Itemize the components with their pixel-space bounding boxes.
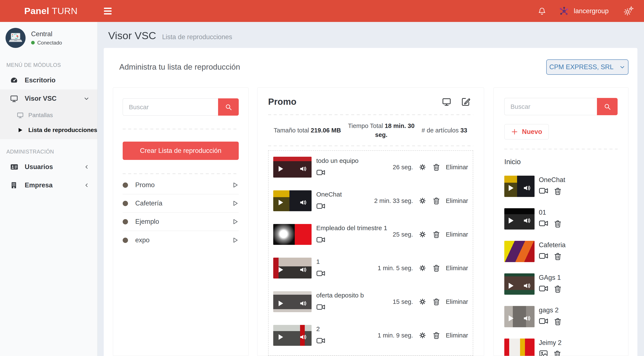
playlist-detail-panel: Promo Tamañ <box>257 88 484 356</box>
item-duration: 1 min. 5 seg. <box>378 265 413 272</box>
item-delete-label[interactable]: Eliminar <box>446 164 468 171</box>
media-thumbnail[interactable] <box>504 338 534 356</box>
media-delete-icon[interactable] <box>553 350 562 356</box>
play-playlist-icon[interactable] <box>231 181 239 189</box>
playlist-color-dot <box>123 219 128 224</box>
item-delete-icon[interactable] <box>432 264 440 272</box>
play-overlay-icon <box>278 300 284 306</box>
item-thumbnail[interactable] <box>273 325 312 346</box>
playlists-search-button[interactable] <box>218 98 239 116</box>
playlist-name: Ejemplo <box>135 218 159 226</box>
item-thumbnail[interactable] <box>273 224 312 245</box>
page-header: Visor VSC Lista de reproducciones <box>98 22 644 48</box>
playlist-item-row: OneChat 2 min. 33 seg. <box>273 190 468 211</box>
item-delete-icon[interactable] <box>432 230 440 239</box>
sidebar-item-visor-vsc[interactable]: Visor VSC <box>0 90 97 108</box>
item-settings-icon[interactable] <box>418 297 427 306</box>
sidebar-item-empresa[interactable]: Empresa <box>0 176 97 194</box>
video-camera-icon[interactable] <box>539 317 548 326</box>
sidebar-item-usuarios[interactable]: Usuarios <box>0 158 97 176</box>
playlist-detail-title: Promo <box>268 97 296 107</box>
thumbnail-overlay <box>278 300 307 306</box>
item-settings-icon[interactable] <box>418 264 427 272</box>
video-camera-icon[interactable] <box>539 219 548 228</box>
play-overlay-icon <box>508 184 514 192</box>
play-playlist-icon[interactable] <box>231 218 239 226</box>
speaker-overlay-icon <box>300 300 307 306</box>
sidebar-item-pantallas[interactable]: Pantallas <box>0 108 97 123</box>
playlists-search-input[interactable] <box>123 98 218 116</box>
device-name: Central <box>31 30 62 38</box>
playlist-row[interactable]: Cafetería <box>123 194 239 213</box>
new-media-button[interactable]: Nuevo <box>504 124 549 140</box>
media-thumbnail[interactable] <box>504 176 534 197</box>
chevron-left-icon <box>84 182 90 188</box>
user-menu[interactable]: lancergroup <box>559 6 609 16</box>
item-delete-label[interactable]: Eliminar <box>446 231 468 238</box>
item-delete-icon[interactable] <box>432 331 440 340</box>
sidebar-item-label: Pantallas <box>28 112 53 118</box>
media-thumbnail[interactable] <box>504 306 534 327</box>
item-settings-icon[interactable] <box>418 196 427 205</box>
settings-gears-icon[interactable] <box>624 6 634 16</box>
item-delete-label[interactable]: Eliminar <box>446 198 468 204</box>
device-profile: Central Conectado <box>0 22 97 48</box>
video-camera-icon[interactable] <box>539 252 548 261</box>
preview-monitor-icon[interactable] <box>442 97 452 107</box>
item-settings-icon[interactable] <box>418 230 427 239</box>
brand-logo[interactable]: Panel TURN <box>0 6 98 16</box>
media-thumbnail[interactable] <box>504 208 534 230</box>
item-thumbnail[interactable] <box>273 291 312 312</box>
edit-playlist-icon[interactable] <box>461 97 471 107</box>
play-playlist-icon[interactable] <box>231 236 239 244</box>
media-thumbnail[interactable] <box>504 241 534 262</box>
video-camera-icon[interactable] <box>539 284 548 294</box>
item-duration: 2 min. 33 seg. <box>374 198 413 204</box>
item-settings-icon[interactable] <box>418 331 427 340</box>
speaker-overlay-icon <box>523 315 531 322</box>
create-playlist-button[interactable]: Crear Lista de reproducción <box>123 142 239 160</box>
sidebar-item-escritorio[interactable]: Escritorio <box>0 71 97 90</box>
media-delete-icon[interactable] <box>553 252 562 261</box>
media-delete-icon[interactable] <box>553 187 562 196</box>
playlist-name: expo <box>135 236 150 244</box>
playlist-row[interactable]: expo <box>123 231 239 249</box>
top-navbar: Panel TURN lancergroup <box>0 0 644 22</box>
playlist-row[interactable]: Ejemplo <box>123 213 239 231</box>
play-overlay-icon <box>278 199 284 206</box>
media-search-button[interactable] <box>597 98 618 115</box>
item-delete-icon[interactable] <box>432 298 440 306</box>
media-thumbnail[interactable] <box>504 274 534 295</box>
media-delete-icon[interactable] <box>553 317 562 326</box>
playlist-row[interactable]: Promo <box>123 176 239 194</box>
item-delete-icon[interactable] <box>432 163 440 172</box>
brand-light: TURN <box>52 6 78 16</box>
dashboard-icon <box>10 76 19 84</box>
item-settings-icon[interactable] <box>418 163 427 172</box>
video-camera-icon[interactable] <box>539 187 548 196</box>
media-delete-icon[interactable] <box>553 219 562 228</box>
item-delete-icon[interactable] <box>432 196 440 205</box>
playlist-item-row: 2 1 min. 9 seg. <box>273 325 468 346</box>
item-thumbnail[interactable] <box>273 190 312 211</box>
item-delete-label[interactable]: Eliminar <box>446 332 468 339</box>
item-title: 1 <box>316 258 326 265</box>
item-thumbnail[interactable] <box>273 258 312 278</box>
item-delete-label[interactable]: Eliminar <box>446 265 468 272</box>
company-selector-dropdown[interactable]: CPM EXPRESS, SRL <box>546 60 628 75</box>
item-duration: 1 min. 9 seg. <box>378 332 413 339</box>
media-delete-icon[interactable] <box>553 284 562 294</box>
playlist-item-row: Empleado del trimestre 1 25 seg. <box>273 224 468 245</box>
speaker-overlay-icon <box>523 282 531 289</box>
item-thumbnail[interactable] <box>273 157 312 178</box>
sidebar-item-lista-reproducciones[interactable]: Lista de reproducciones <box>0 123 97 138</box>
image-icon[interactable] <box>539 350 548 356</box>
media-search-input[interactable] <box>504 98 597 115</box>
screens-icon <box>16 112 25 119</box>
item-delete-label[interactable]: Eliminar <box>446 298 468 305</box>
play-playlist-icon[interactable] <box>231 200 239 207</box>
play-overlay-icon <box>508 217 514 224</box>
item-duration: 15 seg. <box>393 298 413 305</box>
notifications-bell-icon[interactable] <box>538 6 546 16</box>
hamburger-menu-icon[interactable] <box>104 8 112 14</box>
